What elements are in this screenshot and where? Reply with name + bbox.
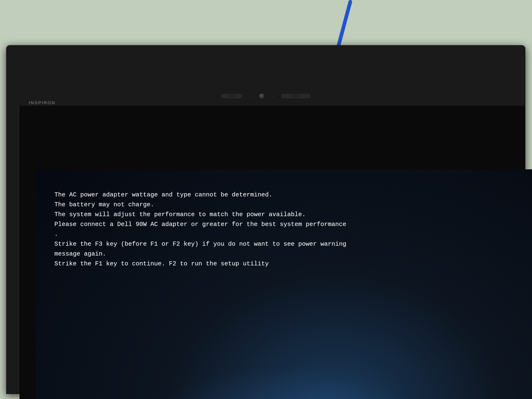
speaker-dot: [291, 95, 292, 97]
speaker-dot: [233, 95, 234, 97]
microphone-indicator: [272, 95, 274, 97]
speaker-dot: [228, 95, 228, 97]
speaker-dot: [235, 95, 236, 97]
speaker-dot: [295, 95, 295, 97]
screen-glow: [142, 366, 429, 399]
webcam-area: [222, 93, 310, 99]
screen-bezel: The AC power adapter wattage and type ca…: [19, 106, 525, 399]
webcam-lens: [259, 93, 264, 99]
bios-warning-text: The AC power adapter wattage and type ca…: [54, 190, 346, 269]
speaker-grille-right: [281, 94, 310, 98]
laptop-body: INSPIRON The AC power adapter wattage an…: [6, 45, 526, 394]
laptop-screen: The AC power adapter wattage and type ca…: [36, 169, 532, 399]
speaker-dot: [231, 95, 232, 97]
speaker-dot: [296, 95, 297, 97]
speaker-dot: [298, 95, 299, 97]
microphone-indicator: [250, 95, 251, 97]
speaker-dot: [293, 95, 293, 97]
laptop-brand-label: INSPIRON: [29, 100, 55, 106]
speaker-dot: [300, 95, 301, 97]
speaker-grille-left: [222, 94, 242, 98]
speaker-dot: [229, 95, 230, 97]
